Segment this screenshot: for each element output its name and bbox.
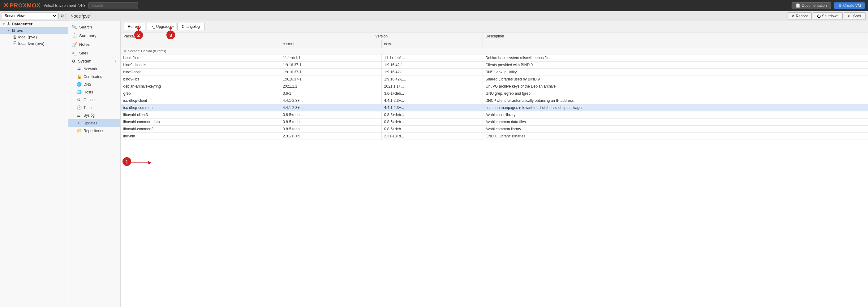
- nav-item-shell[interactable]: >_ Shell: [68, 49, 120, 57]
- documentation-button[interactable]: 📄 Documentation: [792, 2, 831, 9]
- nav-sub-options[interactable]: ⚙ Options: [68, 96, 120, 104]
- table-row: bind9-host 1:9.16.37-1... 1:9.16.42-1...…: [121, 69, 868, 76]
- pkg-name-cell: base-files: [121, 55, 280, 62]
- pkg-current-cell: 2.31-13+d...: [280, 133, 382, 140]
- shell-button[interactable]: >_ Shell: [844, 12, 866, 20]
- nav-sub-syslog[interactable]: ☰ Syslog: [68, 112, 120, 119]
- pkg-new-cell: 0.8-5+deb...: [381, 119, 483, 126]
- network-icon: ⇄: [77, 66, 81, 71]
- table-row: libc-bin 2.31-13+d... 2.31-13+d... GNU C…: [121, 133, 868, 140]
- shutdown-label: Shutdown: [822, 14, 838, 18]
- topbar-search-input[interactable]: [89, 2, 138, 9]
- changelog-label: Changelog: [182, 25, 200, 29]
- pkg-current-cell: 0.8-5+deb...: [280, 126, 382, 133]
- dns-icon: 🌐: [77, 82, 81, 87]
- pkg-name-cell: debian-archive-keyring: [121, 83, 280, 90]
- tree-arrow-icon: ▼: [2, 23, 5, 26]
- refresh-button[interactable]: Refresh: [123, 23, 145, 30]
- pve-arrow-icon: ▼: [7, 29, 10, 32]
- nav-repos-label: Repositories: [84, 129, 104, 133]
- pkg-name-cell: libavahi-common-data: [121, 119, 280, 126]
- nav-item-notes[interactable]: 📝 Notes: [68, 40, 120, 49]
- nav-time-label: Time: [84, 105, 92, 110]
- table-row: libavahi-client3 0.8-5+deb... 0.8-5+deb.…: [121, 112, 868, 119]
- system-icon: ⚙: [72, 59, 75, 63]
- pkg-desc-cell: GNU C Library: Binaries: [483, 133, 868, 140]
- system-expand-icon: ▼: [114, 60, 117, 63]
- pkg-name-cell: isc-dhcp-common: [121, 104, 280, 112]
- nav-item-search[interactable]: 🔍 Search: [68, 23, 120, 31]
- pkg-new-cell: 1:9.16.42-1...: [381, 62, 483, 69]
- pkg-toolbar: Refresh >_ Upgrade ▼ Changelog: [121, 21, 868, 32]
- notes-icon: 📝: [72, 42, 77, 47]
- sidebar-gear-button[interactable]: ⚙: [59, 13, 66, 19]
- pkg-name-cell: libavahi-client3: [121, 112, 280, 119]
- tree-item-datacenter[interactable]: ▼ 🖧 Datacenter: [0, 21, 68, 27]
- pkg-current-cell: 4.4.1-2.3+...: [280, 104, 382, 112]
- upgrade-button[interactable]: >_ Upgrade ▼: [147, 23, 176, 30]
- pkg-toolbar-wrapper: Refresh >_ Upgrade ▼ Changelog 2: [121, 21, 868, 32]
- pkg-new-cell: 2.31-13+d...: [381, 133, 483, 140]
- local-label: local (pve): [18, 35, 37, 39]
- col-desc-sub: [483, 40, 868, 48]
- nav-sub-time[interactable]: 🕐 Time: [68, 104, 120, 112]
- search-icon: 🔍: [72, 25, 77, 29]
- nav-sub-certificates[interactable]: 🔒 Certificates: [68, 73, 120, 81]
- sidebar: Server View ⚙ ▼ 🖧 Datacenter ▼ 🖥 pve 🗄 l…: [0, 11, 68, 307]
- pkg-current-cell: 4.4.1-2.3+...: [280, 97, 382, 104]
- pkg-desc-cell: Avahi common library: [483, 126, 868, 133]
- summary-icon: 📋: [72, 33, 77, 38]
- pkg-name-cell: bind9-libs: [121, 76, 280, 83]
- col-description-header: Description: [483, 32, 868, 40]
- nav-sub-updates[interactable]: ↻ Updates: [68, 119, 120, 127]
- nav-shell-label: Shell: [79, 51, 88, 55]
- shell-label: Shell: [853, 14, 862, 18]
- tree-item-pve[interactable]: ▼ 🖥 pve: [0, 27, 68, 34]
- nav-sub-network[interactable]: ⇄ Network: [68, 65, 120, 73]
- updates-icon: ↻: [77, 121, 81, 125]
- pkg-current-cell: 11.1+deb1...: [280, 55, 382, 62]
- repos-icon: 📁: [77, 128, 81, 133]
- changelog-button[interactable]: Changelog: [177, 23, 205, 30]
- pkg-desc-cell: Debian base system miscellaneous files: [483, 55, 868, 62]
- tree-item-local[interactable]: 🗄 local (pve): [0, 34, 68, 40]
- nav-item-summary[interactable]: 📋 Summary: [68, 31, 120, 40]
- create-vm-button[interactable]: 🖥 Create VM: [834, 2, 865, 9]
- split-layout: 🔍 Search 📋 Summary 📝 Notes >_ Shell: [68, 21, 868, 307]
- upgrade-dropdown-icon[interactable]: ▼: [172, 25, 175, 28]
- local-storage-icon: 🗄: [13, 35, 17, 39]
- shell-nav-icon: >_: [72, 51, 77, 55]
- main-layout: Server View ⚙ ▼ 🖧 Datacenter ▼ 🖥 pve 🗄 l…: [0, 11, 868, 307]
- nav-sub-repositories[interactable]: 📁 Repositories: [68, 127, 120, 134]
- pkg-name-cell: bind9-host: [121, 69, 280, 76]
- nav-syslog-label: Syslog: [84, 113, 95, 118]
- collapse-icon[interactable]: ⊟: [123, 50, 126, 53]
- tree-item-local-lvm[interactable]: 🗄 local-lvm (pve): [0, 40, 68, 47]
- col-package-header[interactable]: Package ↑: [121, 32, 280, 40]
- server-view-select[interactable]: Server View: [2, 12, 57, 19]
- nav-notes-label: Notes: [79, 42, 90, 47]
- upgrade-shell-icon: >_: [151, 25, 155, 29]
- pkg-new-cell: 0.8-5+deb...: [381, 112, 483, 119]
- syslog-icon: ☰: [77, 113, 81, 118]
- shell-icon: >_: [848, 14, 852, 18]
- hosts-icon: 🌐: [77, 90, 81, 94]
- pkg-new-cell: 4.4.1-2.3+...: [381, 97, 483, 104]
- nav-sub-dns[interactable]: 🌐 DNS: [68, 81, 120, 88]
- doc-icon: 📄: [796, 3, 800, 8]
- page-title: Node 'pve': [70, 13, 91, 19]
- pkg-current-cell: 3.6-1: [280, 90, 382, 97]
- nav-updates-label: Updates: [84, 121, 97, 125]
- cert-icon: 🔒: [77, 74, 81, 79]
- shutdown-button[interactable]: ⏻ Shutdown: [813, 12, 842, 20]
- reboot-button[interactable]: ↺ Reboot: [787, 12, 812, 20]
- pkg-new-cell: 1:9.16.42-1...: [381, 76, 483, 83]
- nav-sub-hosts[interactable]: 🌐 Hosts: [68, 88, 120, 96]
- packages-table: Package ↑ Version Description current ne…: [121, 32, 868, 140]
- upgrade-label: Upgrade: [156, 25, 170, 29]
- nav-group-system[interactable]: ⚙ System ▼: [68, 57, 120, 65]
- pkg-name-cell: libavahi-common3: [121, 126, 280, 133]
- group-label: Section: Debian (8 items): [128, 49, 166, 53]
- group-label-cell: ⊟ Section: Debian (8 items): [121, 48, 868, 55]
- reboot-icon: ↺: [792, 14, 795, 18]
